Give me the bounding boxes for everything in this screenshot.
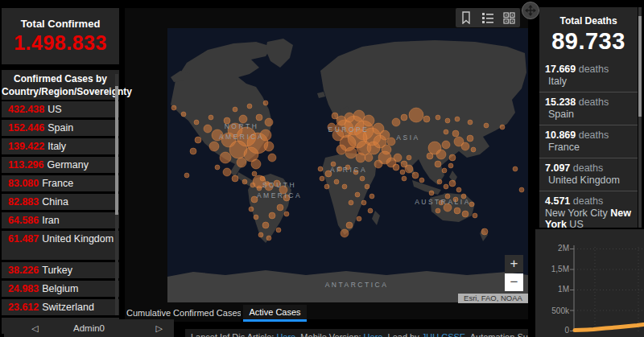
total-confirmed-value: 1.498.833 <box>2 31 119 55</box>
confirmed-case-row[interactable]: 82.883China <box>2 194 119 210</box>
legend-list-icon[interactable] <box>481 10 495 25</box>
cases-scrollbar-thumb[interactable] <box>115 86 118 215</box>
move-widget-button[interactable] <box>522 2 539 19</box>
bookmark-icon[interactable] <box>459 10 473 25</box>
label-antarctica: ANTARCTICA <box>325 281 389 289</box>
footer-text: Lancet Inf Dis Article: <box>191 332 276 337</box>
world-map-svg: NORTH AMERICA SOUTH AMERICA EUROPE AFRIC… <box>167 28 528 302</box>
total-deaths-title: Total Deaths <box>539 15 638 27</box>
confirmed-cases-header: Confirmed Cases by Country/Region/Sovere… <box>2 70 119 100</box>
svg-text:AMERICA: AMERICA <box>257 191 302 199</box>
total-deaths-value: 89.733 <box>539 28 638 55</box>
total-deaths-panel: Total Deaths 89.733 17.669 deaths Italy … <box>539 7 638 228</box>
confirmed-case-row[interactable]: 139.422Italy <box>2 138 119 154</box>
confirmed-case-row[interactable]: 113.296Germany <box>2 157 119 173</box>
total-confirmed-title: Total Confirmed <box>2 18 119 30</box>
death-row[interactable]: 10.869 deaths France <box>539 125 638 158</box>
svg-text:AMERICA: AMERICA <box>219 133 264 141</box>
footer-link-article[interactable]: Here <box>276 332 295 337</box>
move-icon <box>525 5 536 16</box>
confirmed-case-row[interactable]: 23.612Switzerland <box>2 299 119 315</box>
label-asia: ASIA <box>396 134 419 142</box>
death-row[interactable]: 7.097 deaths United Kingdom <box>539 158 638 191</box>
admin-level-pager: ◁ Admin0 ▷ <box>4 319 174 337</box>
map-toolbar <box>456 8 520 27</box>
tab-active-cases[interactable]: Active Cases <box>243 305 307 322</box>
death-row[interactable]: 17.669 deaths Italy <box>539 60 638 92</box>
confirmed-case-row[interactable]: 38.226Turkey <box>2 262 119 278</box>
deaths-list: 17.669 deaths Italy 15.238 deaths Spain … <box>539 60 638 228</box>
confirmed-case-row[interactable]: 61.487United Kingdom <box>2 231 119 260</box>
pager-next-icon[interactable]: ▷ <box>156 319 163 337</box>
confirmed-case-row[interactable]: 64.586Iran <box>2 212 119 228</box>
zoom-in-button[interactable]: + <box>505 255 523 273</box>
confirmed-case-row[interactable]: 152.446Spain <box>2 120 119 136</box>
footer-link-jhu-csse[interactable]: JHU CSSE <box>422 332 465 337</box>
confirmed-case-row[interactable]: 432.438US <box>2 101 119 117</box>
label-south-america: SOUTH <box>262 181 296 189</box>
footer-links-bar: Lancet Inf Dis Article: Here. Mobile Ver… <box>185 329 528 337</box>
label-north-america: NORTH <box>225 122 259 130</box>
covid-dashboard: NORTH AMERICA SOUTH AMERICA EUROPE AFRIC… <box>0 0 644 337</box>
footer-link-mobile[interactable]: Here <box>364 332 383 337</box>
pager-label: Admin0 <box>4 319 174 337</box>
confirmed-case-row[interactable]: 24.983Belgium <box>2 281 119 297</box>
label-australia: AUSTRALIA <box>415 198 471 206</box>
label-africa: AFRICA <box>330 166 367 174</box>
deaths-scrollbar-thumb[interactable] <box>638 16 642 117</box>
label-europe: EUROPE <box>328 125 369 134</box>
map-attribution: Esri, FAO, NOAA <box>458 294 528 303</box>
cumulative-cases-mini-chart <box>535 229 644 337</box>
confirmed-case-row[interactable]: 83.080France <box>2 175 119 191</box>
death-row-new-york[interactable]: 4.571 deaths New York City New York US <box>539 191 638 228</box>
zoom-out-button[interactable]: − <box>505 273 523 291</box>
total-confirmed-panel: Total Confirmed 1.498.833 <box>2 8 119 64</box>
world-map[interactable]: NORTH AMERICA SOUTH AMERICA EUROPE AFRIC… <box>167 28 528 302</box>
confirmed-cases-list: 432.438US 152.446Spain 139.422Italy 113.… <box>2 101 119 336</box>
death-row[interactable]: 15.238 deaths Spain <box>539 92 638 125</box>
basemap-grid-icon[interactable] <box>502 10 517 25</box>
